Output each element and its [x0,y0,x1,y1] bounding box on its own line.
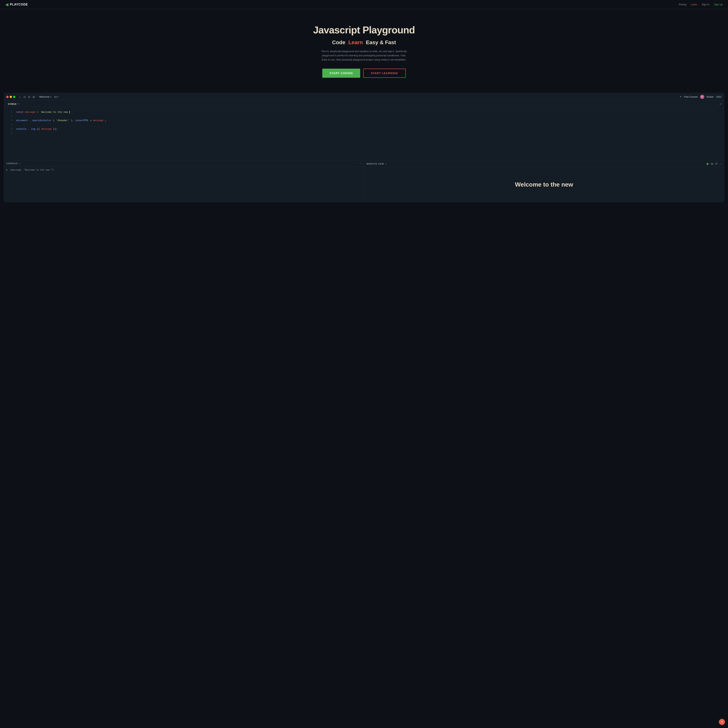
traffic-light-green[interactable] [13,96,15,98]
free-courses-button[interactable]: Free Courses [684,96,698,98]
code-line-5: 5 console . log ({ message }); [4,127,724,131]
hero-subtitle-code: Code [332,40,346,46]
run-button[interactable]: ▶ [707,162,709,165]
help-button[interactable]: ? [719,719,725,725]
console-panel-header: CONSOLE × ··· [4,161,364,167]
project-name-label: Welcome [39,95,49,98]
code-content-4 [16,123,721,127]
copy-button[interactable]: ⧉ [711,162,713,165]
cursor-blink [69,111,70,113]
pro-badge: PRO [716,96,722,98]
navbar-links: Pricing Learn Sign In Sign Up [679,3,723,6]
hero-subtitle: Code Learn Easy & Fast [4,40,724,46]
project-version-selector[interactable]: v1 ▾ [53,95,60,99]
layout-icon-2[interactable]: ⊟ [28,95,31,99]
home-icon[interactable]: ⌂ [18,95,22,99]
traffic-lights [6,96,15,98]
line-number-5: 5 [7,127,12,131]
website-panel-header: WEBSITE VIEW × ▶ ⧉ ↺ ··· [364,161,724,167]
file-tab-scriptjs[interactable]: script.js × [6,102,20,105]
file-tab-close-button[interactable]: × [18,103,19,105]
line-number-4: 4 [7,123,12,127]
code-content-6 [16,131,721,135]
website-view-close-button[interactable]: × [385,163,387,165]
console-content: ▶ {message: "Welcome to the new "} [4,167,364,173]
bottom-panels: CONSOLE × ··· ▶ {message: "Welcome to th… [4,160,724,202]
file-tab-name: script.js [8,102,17,105]
hero-section: Javascript Playground Code Learn Easy & … [0,9,728,93]
website-options-button[interactable]: ··· [719,162,722,165]
console-close-button[interactable]: × [19,162,20,165]
nav-sign-up[interactable]: Sign Up [714,3,723,6]
nav-pricing[interactable]: Pricing [679,3,686,6]
code-area[interactable]: 1 const message = `Welcome to the new 2 … [4,107,724,160]
project-name-selector[interactable]: Welcome ▾ [38,95,53,99]
project-name-arrow: ▾ [50,96,51,98]
logo[interactable]: ◀ PLAYCODE [5,2,28,7]
code-line-3: 3 document . querySelector ( '#header' )… [4,118,724,123]
start-learning-button[interactable]: START LEARNING [363,69,406,78]
layout-icon-1[interactable]: ⊡ [23,95,26,99]
toolbar-layout-icons: ⌂ ⊡ ⊟ ⊞ [18,95,35,99]
website-view-title: WEBSITE VIEW [367,163,384,165]
line-number-6: 6 [7,131,12,135]
file-tab-actions: ⤢ [719,102,722,106]
console-title: CONSOLE [6,162,18,165]
code-line-1: 1 const message = `Welcome to the new [4,110,724,114]
logo-icon: ◀ [5,2,8,7]
line-number-3: 3 [7,118,12,122]
hero-subtitle-fast: Easy & Fast [366,40,396,46]
code-line-2: 2 [4,114,724,118]
user-avatar: R [700,95,704,99]
console-panel: CONSOLE × ··· ▶ {message: "Welcome to th… [4,161,364,202]
toolbar-right: + Free Courses R Ruslan PRO [680,95,722,99]
console-output: {message: "Welcome to the new "} [10,169,54,171]
code-content-5: console . log ({ message }); [16,127,721,131]
console-arrow-icon: ▶ [6,169,8,171]
code-content-3: document . querySelector ( '#header' ). … [16,118,721,123]
project-version-label: v1 [54,95,57,98]
editor-container: ⌂ ⊡ ⊟ ⊞ Welcome ▾ v1 ▾ + Free Courses R … [4,93,724,202]
hero-subtitle-learn: Learn [349,40,363,46]
hero-description: The #1 JavaScript playground and sandbox… [320,49,408,62]
code-content-2 [16,114,721,118]
traffic-light-red[interactable] [6,96,9,98]
layout-icon-3[interactable]: ⊞ [32,95,35,99]
website-actions: ▶ ⧉ ↺ ··· [707,162,722,165]
expand-icon[interactable]: ⤢ [719,102,722,106]
logo-text: PLAYCODE [10,3,28,6]
website-preview-text: Welcome to the new [515,181,573,188]
editor-toolbar: ⌂ ⊡ ⊟ ⊞ Welcome ▾ v1 ▾ + Free Courses R … [4,93,724,101]
website-content: Welcome to the new [364,167,724,202]
code-line-4: 4 [4,123,724,127]
console-options-button[interactable]: ··· [359,162,362,165]
hero-title: Javascript Playground [4,24,724,36]
file-tabs: script.js × ⤢ [4,101,724,107]
user-name-label: Ruslan [707,96,714,98]
hero-buttons: START CODING START LEARNING [4,69,724,78]
nav-learn[interactable]: Learn [691,3,697,6]
project-version-arrow: ▾ [58,96,58,98]
code-content-1: const message = `Welcome to the new [16,110,721,114]
traffic-light-yellow[interactable] [10,96,12,98]
refresh-button[interactable]: ↺ [715,162,717,165]
start-coding-button[interactable]: START CODING [322,69,360,78]
line-number-1: 1 [7,110,12,114]
nav-sign-in[interactable]: Sign In [702,3,709,6]
website-panel: WEBSITE VIEW × ▶ ⧉ ↺ ··· Welcome to the … [364,161,724,202]
line-number-2: 2 [7,114,12,118]
navbar: ◀ PLAYCODE Pricing Learn Sign In Sign Up [0,0,728,9]
code-line-6: 6 [4,131,724,135]
add-panel-button[interactable]: + [680,95,682,99]
